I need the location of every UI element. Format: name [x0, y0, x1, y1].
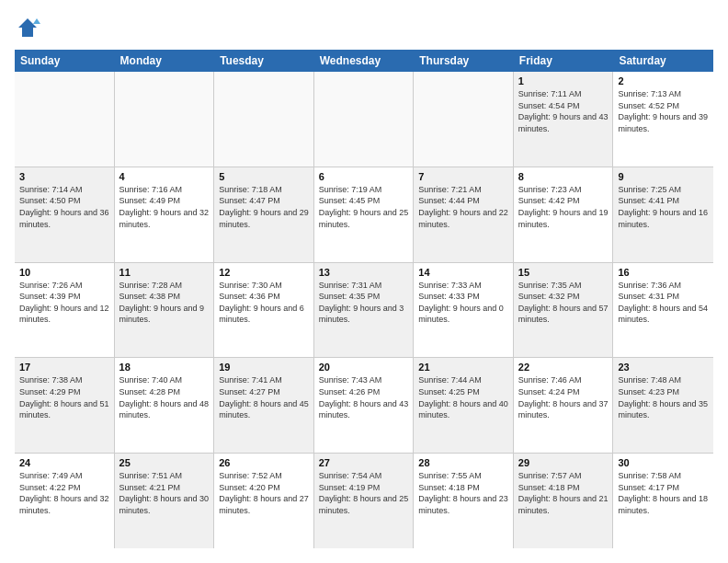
cal-header-saturday: Saturday	[613, 50, 713, 72]
day-number: 15	[518, 267, 609, 278]
day-info: Sunrise: 7:14 AM Sunset: 4:50 PM Dayligh…	[19, 184, 109, 230]
cal-cell: 10Sunrise: 7:26 AM Sunset: 4:39 PM Dayli…	[15, 263, 115, 358]
day-info: Sunrise: 7:21 AM Sunset: 4:44 PM Dayligh…	[418, 184, 508, 230]
day-number: 25	[119, 457, 210, 468]
cal-cell: 30Sunrise: 7:58 AM Sunset: 4:17 PM Dayli…	[613, 454, 713, 548]
cal-cell	[214, 72, 314, 167]
cal-cell: 4Sunrise: 7:16 AM Sunset: 4:49 PM Daylig…	[115, 167, 215, 262]
cal-cell	[414, 72, 514, 167]
cal-cell: 28Sunrise: 7:55 AM Sunset: 4:18 PM Dayli…	[414, 454, 514, 548]
cal-header-thursday: Thursday	[414, 50, 514, 72]
day-info: Sunrise: 7:41 AM Sunset: 4:27 PM Dayligh…	[219, 374, 309, 420]
cal-cell: 2Sunrise: 7:13 AM Sunset: 4:52 PM Daylig…	[613, 72, 713, 167]
cal-cell: 1Sunrise: 7:11 AM Sunset: 4:54 PM Daylig…	[514, 72, 614, 167]
day-number: 1	[518, 75, 609, 86]
calendar-header-row: SundayMondayTuesdayWednesdayThursdayFrid…	[15, 50, 713, 72]
cal-header-wednesday: Wednesday	[314, 50, 415, 72]
svg-marker-0	[18, 18, 37, 37]
cal-cell: 5Sunrise: 7:18 AM Sunset: 4:47 PM Daylig…	[214, 167, 314, 262]
cal-header-sunday: Sunday	[15, 50, 115, 72]
day-number: 14	[418, 267, 508, 278]
cal-week-1: 1Sunrise: 7:11 AM Sunset: 4:54 PM Daylig…	[15, 72, 713, 167]
day-info: Sunrise: 7:43 AM Sunset: 4:26 PM Dayligh…	[319, 374, 409, 420]
day-number: 18	[119, 362, 210, 373]
day-info: Sunrise: 7:44 AM Sunset: 4:25 PM Dayligh…	[418, 374, 508, 420]
day-info: Sunrise: 7:33 AM Sunset: 4:33 PM Dayligh…	[418, 280, 508, 326]
day-number: 13	[319, 267, 409, 278]
cal-week-4: 17Sunrise: 7:38 AM Sunset: 4:29 PM Dayli…	[15, 358, 713, 454]
cal-cell: 12Sunrise: 7:30 AM Sunset: 4:36 PM Dayli…	[214, 263, 314, 358]
day-info: Sunrise: 7:28 AM Sunset: 4:38 PM Dayligh…	[119, 280, 210, 326]
cal-header-monday: Monday	[115, 50, 215, 72]
cal-cell: 8Sunrise: 7:23 AM Sunset: 4:42 PM Daylig…	[514, 167, 614, 262]
day-number: 9	[618, 171, 709, 182]
day-number: 21	[418, 362, 508, 373]
cal-cell: 9Sunrise: 7:25 AM Sunset: 4:41 PM Daylig…	[613, 167, 713, 262]
day-number: 8	[518, 171, 609, 182]
cal-cell: 26Sunrise: 7:52 AM Sunset: 4:20 PM Dayli…	[214, 454, 314, 548]
day-info: Sunrise: 7:31 AM Sunset: 4:35 PM Dayligh…	[319, 280, 409, 326]
cal-cell: 19Sunrise: 7:41 AM Sunset: 4:27 PM Dayli…	[214, 358, 314, 453]
day-number: 30	[618, 457, 709, 468]
cal-header-tuesday: Tuesday	[214, 50, 314, 72]
cal-cell: 27Sunrise: 7:54 AM Sunset: 4:19 PM Dayli…	[314, 454, 415, 548]
day-number: 7	[418, 171, 508, 182]
header	[15, 15, 713, 40]
day-number: 23	[618, 362, 709, 373]
cal-cell: 17Sunrise: 7:38 AM Sunset: 4:29 PM Dayli…	[15, 358, 115, 453]
logo-icon	[15, 15, 40, 40]
cal-cell: 22Sunrise: 7:46 AM Sunset: 4:24 PM Dayli…	[514, 358, 614, 453]
day-number: 24	[19, 457, 109, 468]
day-info: Sunrise: 7:49 AM Sunset: 4:22 PM Dayligh…	[19, 470, 109, 516]
day-info: Sunrise: 7:54 AM Sunset: 4:19 PM Dayligh…	[319, 470, 409, 516]
svg-marker-1	[33, 18, 40, 24]
logo	[15, 15, 44, 40]
day-number: 29	[518, 457, 609, 468]
day-number: 20	[319, 362, 409, 373]
cal-cell	[115, 72, 215, 167]
day-info: Sunrise: 7:48 AM Sunset: 4:23 PM Dayligh…	[618, 374, 709, 420]
cal-cell: 25Sunrise: 7:51 AM Sunset: 4:21 PM Dayli…	[115, 454, 215, 548]
day-number: 5	[219, 171, 309, 182]
day-info: Sunrise: 7:38 AM Sunset: 4:29 PM Dayligh…	[19, 374, 109, 420]
day-info: Sunrise: 7:55 AM Sunset: 4:18 PM Dayligh…	[418, 470, 508, 516]
day-info: Sunrise: 7:16 AM Sunset: 4:49 PM Dayligh…	[119, 184, 210, 230]
cal-cell: 29Sunrise: 7:57 AM Sunset: 4:18 PM Dayli…	[514, 454, 614, 548]
cal-week-5: 24Sunrise: 7:49 AM Sunset: 4:22 PM Dayli…	[15, 454, 713, 548]
day-info: Sunrise: 7:25 AM Sunset: 4:41 PM Dayligh…	[618, 184, 709, 230]
cal-cell: 6Sunrise: 7:19 AM Sunset: 4:45 PM Daylig…	[314, 167, 415, 262]
cal-cell: 11Sunrise: 7:28 AM Sunset: 4:38 PM Dayli…	[115, 263, 215, 358]
day-number: 11	[119, 267, 210, 278]
day-number: 19	[219, 362, 309, 373]
cal-cell: 16Sunrise: 7:36 AM Sunset: 4:31 PM Dayli…	[613, 263, 713, 358]
day-info: Sunrise: 7:52 AM Sunset: 4:20 PM Dayligh…	[219, 470, 309, 516]
calendar: SundayMondayTuesdayWednesdayThursdayFrid…	[15, 50, 713, 548]
cal-cell: 3Sunrise: 7:14 AM Sunset: 4:50 PM Daylig…	[15, 167, 115, 262]
cal-cell: 18Sunrise: 7:40 AM Sunset: 4:28 PM Dayli…	[115, 358, 215, 453]
day-number: 27	[319, 457, 409, 468]
day-info: Sunrise: 7:57 AM Sunset: 4:18 PM Dayligh…	[518, 470, 609, 516]
day-number: 3	[19, 171, 109, 182]
day-info: Sunrise: 7:58 AM Sunset: 4:17 PM Dayligh…	[618, 470, 709, 516]
day-info: Sunrise: 7:19 AM Sunset: 4:45 PM Dayligh…	[319, 184, 409, 230]
day-number: 12	[219, 267, 309, 278]
cal-cell	[314, 72, 415, 167]
cal-cell: 15Sunrise: 7:35 AM Sunset: 4:32 PM Dayli…	[514, 263, 614, 358]
cal-week-2: 3Sunrise: 7:14 AM Sunset: 4:50 PM Daylig…	[15, 167, 713, 263]
day-number: 28	[418, 457, 508, 468]
cal-cell: 20Sunrise: 7:43 AM Sunset: 4:26 PM Dayli…	[314, 358, 415, 453]
cal-cell: 13Sunrise: 7:31 AM Sunset: 4:35 PM Dayli…	[314, 263, 415, 358]
day-number: 10	[19, 267, 109, 278]
day-info: Sunrise: 7:30 AM Sunset: 4:36 PM Dayligh…	[219, 280, 309, 326]
day-number: 22	[518, 362, 609, 373]
day-info: Sunrise: 7:23 AM Sunset: 4:42 PM Dayligh…	[518, 184, 609, 230]
day-number: 16	[618, 267, 709, 278]
day-info: Sunrise: 7:46 AM Sunset: 4:24 PM Dayligh…	[518, 374, 609, 420]
day-info: Sunrise: 7:11 AM Sunset: 4:54 PM Dayligh…	[518, 88, 609, 134]
calendar-body: 1Sunrise: 7:11 AM Sunset: 4:54 PM Daylig…	[15, 72, 713, 548]
day-number: 2	[618, 75, 709, 86]
cal-header-friday: Friday	[514, 50, 614, 72]
cal-week-3: 10Sunrise: 7:26 AM Sunset: 4:39 PM Dayli…	[15, 263, 713, 359]
day-info: Sunrise: 7:13 AM Sunset: 4:52 PM Dayligh…	[618, 88, 709, 134]
day-number: 17	[19, 362, 109, 373]
